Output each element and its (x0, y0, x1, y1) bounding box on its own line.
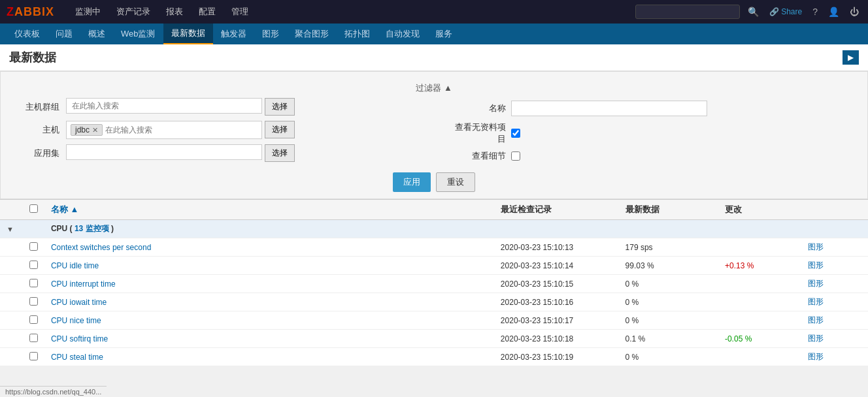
row-checkbox[interactable] (29, 315, 38, 324)
sort-icon: ▲ (71, 204, 79, 214)
row-change (718, 311, 802, 330)
row-checkbox-cell (23, 293, 44, 311)
apply-button[interactable]: 应用 (393, 172, 431, 192)
collapse-button[interactable]: ▶ (843, 50, 859, 65)
row-checkbox[interactable] (29, 261, 38, 269)
nav-topology[interactable]: 拓扑图 (337, 24, 378, 44)
graph-link[interactable]: 图形 (808, 279, 824, 288)
graph-link[interactable]: 图形 (808, 334, 824, 343)
row-toggle (0, 311, 23, 330)
appset-label: 应用集 (14, 144, 66, 159)
row-checkbox[interactable] (29, 279, 38, 287)
select-all-checkbox[interactable] (29, 204, 38, 213)
group-row-cpu: ▼ CPU ( 13 监控项 ) (0, 220, 868, 238)
row-name[interactable]: Context switches per second (44, 238, 494, 257)
reset-button[interactable]: 重设 (436, 172, 475, 192)
row-name[interactable]: CPU idle time (44, 257, 494, 275)
row-name[interactable]: CPU softirq time (44, 330, 494, 348)
graph-link[interactable]: 图形 (808, 315, 824, 325)
name-input[interactable] (511, 101, 707, 116)
nav-aggregate-graph[interactable]: 聚合图形 (287, 24, 337, 44)
nav-web-monitor[interactable]: Web监测 (113, 24, 163, 44)
filter-nodata-row: 查看无资料项目 (447, 121, 854, 145)
appset-select-button[interactable]: 选择 (265, 144, 295, 162)
nav-latest-data[interactable]: 最新数据 (163, 24, 213, 44)
graph-link[interactable]: 图形 (808, 242, 824, 251)
nav-manage[interactable]: 管理 (224, 0, 256, 24)
row-graph: 图形 (801, 330, 868, 348)
nav-service[interactable]: 服务 (427, 24, 460, 44)
change-value: +0.13 % (725, 261, 754, 270)
user-icon[interactable]: 👤 (826, 5, 842, 18)
row-name[interactable]: CPU interrupt time (44, 275, 494, 293)
row-lastcheck: 2020-03-23 15:10:17 (494, 311, 619, 330)
change-value: -0.05 % (725, 334, 752, 343)
row-name[interactable]: CPU iowait time (44, 293, 494, 311)
graph-link[interactable]: 图形 (808, 261, 824, 270)
host-search-input[interactable] (105, 125, 258, 135)
toggle-col-header (0, 200, 23, 220)
group-toggle[interactable]: ▼ (0, 220, 23, 238)
row-toggle (0, 330, 23, 348)
nav-config[interactable]: 配置 (191, 0, 224, 24)
row-latestdata: 0 % (619, 275, 718, 293)
host-label: 主机 (14, 121, 66, 136)
row-name[interactable]: CPU nice time (44, 311, 494, 330)
host-tag-remove[interactable]: ✕ (92, 126, 98, 135)
checkbox-col-header (23, 200, 44, 220)
global-search-input[interactable] (635, 5, 740, 19)
row-checkbox[interactable] (29, 334, 38, 342)
table-row: CPU softirq time 2020-03-23 15:10:18 0.1… (0, 330, 868, 348)
row-checkbox[interactable] (29, 242, 38, 251)
table-row: CPU iowait time 2020-03-23 15:10:16 0 % … (0, 293, 868, 311)
row-graph: 图形 (801, 257, 868, 275)
nav-graphs[interactable]: 图形 (254, 24, 287, 44)
row-toggle (0, 348, 23, 366)
group-name: CPU (51, 224, 67, 233)
row-lastcheck: 2020-03-23 15:10:14 (494, 257, 619, 275)
filter-header[interactable]: 过滤器 ▲ (1, 78, 867, 98)
group-checkbox-cell (23, 220, 44, 238)
table-body: ▼ CPU ( 13 监控项 ) Context switches per se… (0, 220, 868, 366)
hostgroup-select-button[interactable]: 选择 (265, 98, 295, 116)
graph-link[interactable]: 图形 (808, 297, 824, 306)
power-icon[interactable]: ⏻ (847, 5, 861, 18)
nav-problems[interactable]: 问题 (48, 24, 80, 44)
row-change: +0.13 % (718, 257, 802, 275)
row-checkbox-cell (23, 311, 44, 330)
appset-input[interactable] (66, 144, 262, 160)
share-icon[interactable]: 🔗 Share (767, 6, 805, 18)
detail-checkbox[interactable] (511, 151, 520, 161)
row-name[interactable]: CPU steal time (44, 348, 494, 366)
collapse-icon[interactable]: ▼ (7, 225, 14, 233)
filter-label: 过滤器 (416, 83, 441, 93)
lastcheck-col-header: 最近检查记录 (494, 200, 619, 220)
nav-dashboard[interactable]: 仪表板 (7, 24, 48, 44)
nav-auto-discover[interactable]: 自动发现 (378, 24, 427, 44)
nav-triggers[interactable]: 触发器 (213, 24, 254, 44)
row-checkbox[interactable] (29, 297, 38, 306)
top-right-tools: 🔍 🔗 Share ? 👤 ⏻ (635, 5, 861, 19)
main-content: 名称 ▲ 最近检查记录 最新数据 更改 ▼ CPU ( 13 监控项 (0, 199, 868, 366)
nav-assets[interactable]: 资产记录 (108, 0, 158, 24)
nav-overview[interactable]: 概述 (80, 24, 113, 44)
nav-monitoring[interactable]: 监测中 (67, 0, 108, 24)
hostgroup-input[interactable] (66, 98, 262, 114)
group-monitor-count[interactable]: 13 监控项 (75, 224, 109, 233)
name-col-header[interactable]: 名称 ▲ (44, 200, 494, 220)
help-icon[interactable]: ? (810, 5, 820, 18)
group-label-cell: CPU ( 13 监控项 ) (44, 220, 868, 238)
search-icon[interactable]: 🔍 (745, 5, 761, 18)
graph-col-header (801, 200, 868, 220)
table-row: CPU steal time 2020-03-23 15:10:19 0 % 图… (0, 348, 868, 366)
host-select-button[interactable]: 选择 (265, 121, 295, 138)
nav-reports[interactable]: 报表 (158, 0, 191, 24)
graph-link[interactable]: 图形 (808, 352, 824, 361)
nodata-checkbox[interactable] (511, 129, 520, 138)
filter-name-row: 名称 (447, 101, 854, 116)
second-navigation: 仪表板 问题 概述 Web监测 最新数据 触发器 图形 聚合图形 拓扑图 自动发… (0, 24, 868, 44)
row-checkbox[interactable] (29, 352, 38, 360)
logo: ZABBIX (7, 5, 54, 19)
nodata-label: 查看无资料项目 (447, 121, 506, 145)
row-lastcheck: 2020-03-23 15:10:19 (494, 348, 619, 366)
